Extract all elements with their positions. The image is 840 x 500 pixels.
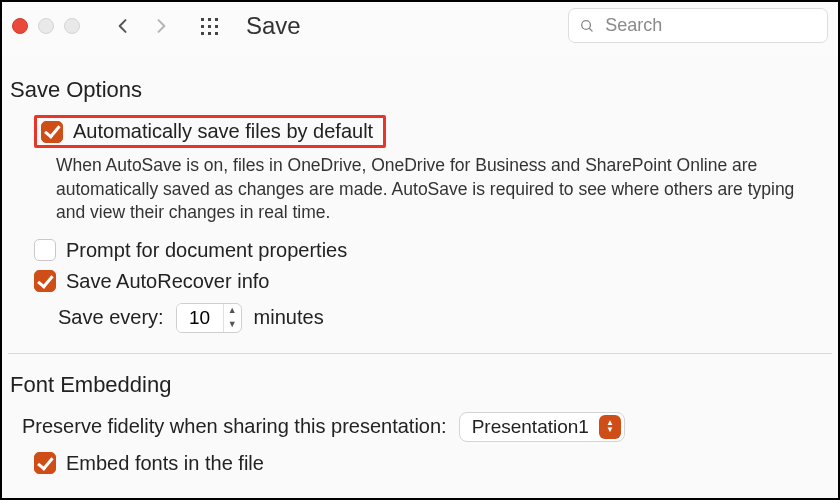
save-interval-input[interactable]	[177, 304, 223, 332]
save-every-label: Save every:	[58, 306, 164, 329]
prompt-properties-checkbox[interactable]	[34, 239, 56, 261]
embed-fonts-label: Embed fonts in the file	[66, 452, 264, 475]
autorecover-label: Save AutoRecover info	[66, 270, 269, 293]
save-options-heading: Save Options	[8, 65, 832, 111]
autosave-help-text: When AutoSave is on, files in OneDrive, …	[8, 152, 832, 235]
autosave-label: Automatically save files by default	[73, 120, 373, 143]
search-field[interactable]	[568, 8, 828, 43]
preserve-fidelity-label: Preserve fidelity when sharing this pres…	[22, 415, 447, 438]
interval-step-up[interactable]: ▲	[224, 304, 241, 318]
minutes-label: minutes	[254, 306, 324, 329]
back-button[interactable]	[110, 13, 136, 39]
autosave-checkbox[interactable]	[41, 121, 63, 143]
svg-point-0	[582, 20, 591, 29]
page-title: Save	[246, 12, 301, 40]
autorecover-checkbox[interactable]	[34, 270, 56, 292]
forward-button[interactable]	[148, 13, 174, 39]
save-interval-field[interactable]: ▲ ▼	[176, 303, 242, 333]
all-prefs-grid-icon[interactable]	[198, 15, 220, 37]
prompt-properties-label: Prompt for document properties	[66, 239, 347, 262]
interval-step-down[interactable]: ▼	[224, 318, 241, 332]
autosave-highlight: Automatically save files by default	[34, 115, 386, 148]
search-input[interactable]	[603, 14, 817, 37]
close-window-button[interactable]	[12, 18, 28, 34]
section-divider	[8, 353, 832, 354]
minimize-window-button[interactable]	[38, 18, 54, 34]
presentation-select-value: Presentation1	[472, 416, 589, 438]
search-icon	[579, 17, 595, 35]
window-controls	[12, 18, 80, 34]
embed-fonts-checkbox[interactable]	[34, 452, 56, 474]
presentation-select[interactable]: Presentation1 ▲▼	[459, 412, 625, 442]
toolbar: Save	[2, 2, 838, 57]
select-caret-icon: ▲▼	[599, 415, 621, 439]
zoom-window-button[interactable]	[64, 18, 80, 34]
svg-line-1	[589, 28, 592, 31]
font-embedding-heading: Font Embedding	[8, 360, 832, 406]
